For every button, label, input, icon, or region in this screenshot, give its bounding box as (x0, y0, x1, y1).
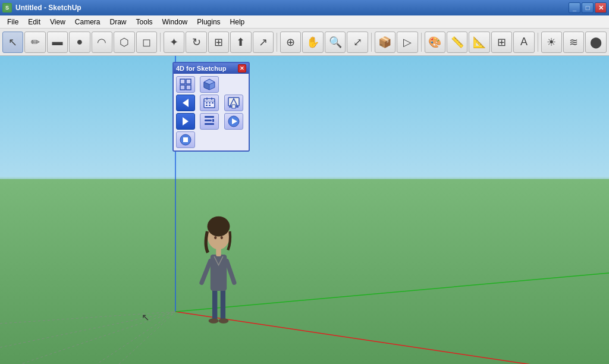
tool-protractor[interactable]: 📐 (469, 32, 489, 53)
sep2-separator (277, 33, 277, 52)
tool-walkthrough[interactable]: ▷ (397, 32, 417, 53)
person-figure (196, 208, 241, 327)
tool-pencil[interactable]: ✏ (24, 32, 45, 53)
viewport[interactable]: 4D for Sketchup ✕ (0, 56, 609, 364)
tool-axes[interactable]: ⊞ (491, 32, 512, 53)
svg-marker-42 (183, 117, 189, 125)
plugin-btn-3dbox[interactable] (200, 76, 219, 93)
tool-component[interactable]: 📦 (375, 32, 395, 53)
svg-rect-25 (186, 85, 191, 90)
menu-item-camera[interactable]: Camera (70, 17, 105, 27)
plugin-btn-back[interactable] (176, 95, 195, 111)
tool-circle[interactable]: ● (69, 32, 90, 53)
tool-paint[interactable]: 🎨 (425, 32, 445, 53)
svg-point-13 (219, 318, 229, 323)
menu-item-file[interactable]: File (2, 17, 23, 27)
svg-rect-23 (186, 79, 191, 84)
plugin-btn-play[interactable] (224, 113, 243, 130)
plugin-btn-grid[interactable] (176, 76, 195, 93)
tool-zoomextents[interactable]: ⤢ (347, 32, 368, 53)
sep4-separator (421, 33, 422, 52)
tool-rectangle[interactable]: ▬ (47, 32, 68, 53)
svg-text:S: S (5, 5, 9, 11)
tool-zoom[interactable]: 🔍 (325, 32, 346, 53)
svg-rect-37 (206, 105, 208, 106)
sep3-separator (371, 33, 372, 52)
svg-rect-50 (183, 137, 188, 142)
tool-rotate[interactable]: ↻ (186, 32, 206, 53)
menu-item-help[interactable]: Help (225, 17, 250, 27)
svg-rect-36 (212, 102, 214, 103)
svg-rect-41 (232, 105, 236, 108)
svg-rect-38 (209, 105, 211, 106)
svg-rect-11 (221, 289, 225, 321)
plugin-btn-stop[interactable] (176, 131, 195, 148)
svg-point-21 (221, 236, 223, 239)
tool-orbit[interactable]: ⊕ (280, 32, 301, 53)
tool-arc[interactable]: ◠ (92, 32, 112, 53)
menu-item-tools[interactable]: Tools (131, 17, 158, 27)
tool-measure[interactable]: 📏 (447, 32, 467, 53)
sep5-separator (538, 33, 538, 52)
tool-3d-text[interactable]: A (513, 32, 534, 53)
svg-point-19 (208, 216, 230, 237)
tool-pan[interactable]: ✋ (302, 32, 323, 53)
ground-plane (0, 179, 609, 364)
plugin-btn-forward[interactable] (176, 113, 195, 130)
svg-rect-43 (205, 116, 214, 118)
close-button[interactable]: ✕ (595, 2, 607, 13)
toolbar: ↖✏▬●◠⬡◻✦↻⊞⬆↗⊕✋🔍⤢📦▷🎨📏📐⊞A☀≋⬤ (0, 29, 609, 56)
sky-background (0, 56, 609, 186)
tool-eraser[interactable]: ◻ (136, 32, 157, 53)
titlebar-left: S Untitled - SketchUp (2, 3, 81, 12)
svg-line-15 (202, 261, 211, 283)
sep1-separator (160, 33, 161, 52)
menu-item-edit[interactable]: Edit (23, 17, 45, 27)
tool-walkmode[interactable]: ⬤ (585, 32, 606, 53)
plugin-btn-export[interactable] (224, 95, 243, 111)
svg-rect-35 (209, 102, 211, 103)
menu-item-view[interactable]: View (45, 17, 70, 27)
tool-followme[interactable]: ↗ (253, 32, 274, 53)
plugin-btn-settings[interactable] (200, 113, 219, 130)
svg-line-16 (227, 261, 234, 283)
plugin-titlebar: 4D for Sketchup ✕ (174, 63, 249, 74)
menu-item-draw[interactable]: Draw (105, 17, 131, 27)
plugin-buttons (174, 74, 249, 150)
minimize-button[interactable]: _ (569, 2, 580, 13)
svg-rect-34 (206, 102, 208, 103)
titlebar-controls: _ □ ✕ (569, 2, 607, 13)
svg-rect-45 (205, 123, 214, 125)
tool-move[interactable]: ✦ (164, 32, 184, 53)
svg-rect-46 (212, 119, 214, 122)
window-title: Untitled - SketchUp (15, 4, 81, 12)
menu-item-plugins[interactable]: Plugins (192, 17, 225, 27)
svg-point-20 (214, 236, 216, 239)
tool-scale[interactable]: ⊞ (208, 32, 229, 53)
maximize-button[interactable]: □ (582, 2, 594, 13)
tool-polygon[interactable]: ⬡ (114, 32, 134, 53)
app-icon: S (2, 3, 12, 12)
plugin-title: 4D for Sketchup (176, 65, 226, 72)
menu-item-window[interactable]: Window (158, 17, 193, 27)
tool-pushpull[interactable]: ⬆ (230, 32, 251, 53)
plugin-close-button[interactable]: ✕ (238, 64, 246, 73)
svg-point-12 (209, 318, 219, 323)
svg-marker-29 (183, 99, 189, 107)
svg-rect-22 (180, 79, 185, 84)
plugin-btn-calendar[interactable] (200, 95, 219, 111)
svg-rect-24 (180, 85, 185, 90)
titlebar: S Untitled - SketchUp _ □ ✕ (0, 0, 609, 15)
menubar: FileEditViewCameraDrawToolsWindowPlugins… (0, 15, 609, 29)
svg-rect-10 (212, 289, 217, 321)
svg-rect-44 (205, 120, 212, 121)
tool-shadows[interactable]: ☀ (541, 32, 562, 53)
tool-fog[interactable]: ≋ (563, 32, 584, 53)
plugin-dialog: 4D for Sketchup ✕ (172, 62, 250, 152)
svg-rect-14 (211, 255, 227, 291)
tool-select[interactable]: ↖ (2, 32, 23, 53)
